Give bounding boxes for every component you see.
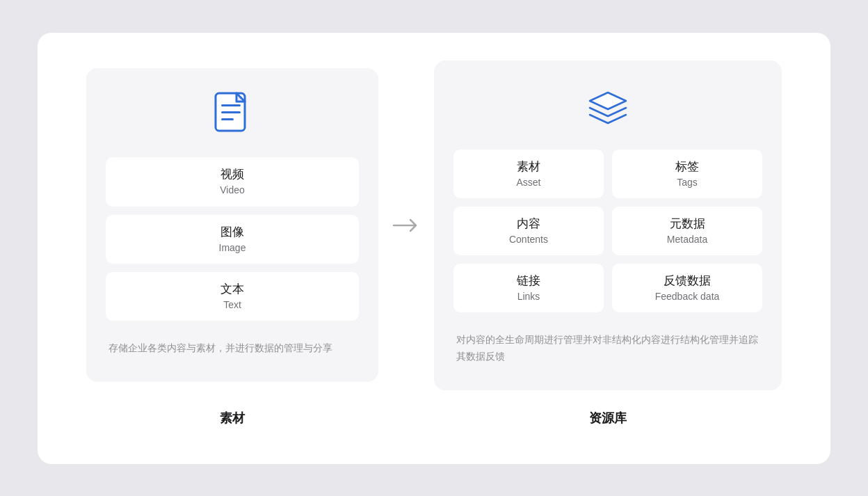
right-item-tags: 标签 Tags: [612, 150, 762, 198]
left-card-icon-area: [210, 90, 255, 141]
right-item-feedback: 反馈数据 Feedback data: [612, 264, 762, 312]
right-item-feedback-zh: 反馈数据: [664, 273, 711, 289]
left-card-desc: 存储企业各类内容与素材，并进行数据的管理与分享: [106, 340, 359, 357]
right-item-contents: 内容 Contents: [453, 207, 604, 255]
left-item-image-zh: 图像: [220, 225, 244, 240]
left-footer-label: 素材: [86, 410, 378, 426]
left-item-video-en: Video: [220, 184, 245, 196]
right-item-asset-en: Asset: [516, 176, 540, 189]
arrow-icon: [392, 217, 420, 234]
right-item-links-zh: 链接: [517, 273, 540, 289]
main-card: 视频 Video 图像 Image 文本 Text 存储企业各类内容与素材，并进…: [38, 33, 830, 464]
right-item-asset-zh: 素材: [517, 159, 540, 175]
svg-rect-1: [221, 104, 241, 106]
right-item-links-en: Links: [517, 290, 540, 303]
left-item-text-zh: 文本: [220, 282, 244, 297]
left-card: 视频 Video 图像 Image 文本 Text 存储企业各类内容与素材，并进…: [86, 68, 378, 382]
right-card-desc: 对内容的全生命周期进行管理并对非结构化内容进行结构化管理并追踪其数据反馈: [453, 332, 762, 365]
left-items-list: 视频 Video 图像 Image 文本 Text: [106, 157, 359, 321]
right-items-grid: 素材 Asset 标签 Tags 内容 Contents 元数据 Metadat…: [453, 150, 762, 313]
right-item-asset: 素材 Asset: [453, 150, 604, 198]
right-item-tags-zh: 标签: [675, 159, 699, 175]
svg-rect-3: [221, 118, 234, 120]
right-item-contents-en: Contents: [509, 233, 548, 246]
right-item-metadata-en: Metadata: [667, 233, 707, 246]
stack-icon: [583, 83, 633, 133]
left-item-video: 视频 Video: [106, 157, 359, 206]
right-card-icon-area: [583, 83, 633, 133]
left-item-text: 文本 Text: [106, 272, 359, 321]
svg-rect-2: [221, 111, 241, 113]
right-item-contents-zh: 内容: [517, 216, 540, 232]
arrow-area: [378, 217, 434, 234]
document-icon: [210, 90, 255, 141]
left-item-image-en: Image: [219, 241, 246, 254]
left-item-text-en: Text: [223, 298, 241, 311]
right-item-links: 链接 Links: [453, 264, 604, 312]
left-item-video-zh: 视频: [220, 167, 244, 182]
right-card: 素材 Asset 标签 Tags 内容 Contents 元数据 Metadat…: [434, 61, 782, 390]
right-item-metadata: 元数据 Metadata: [612, 207, 762, 255]
right-item-feedback-en: Feedback data: [655, 290, 720, 303]
cards-row: 视频 Video 图像 Image 文本 Text 存储企业各类内容与素材，并进…: [72, 61, 796, 390]
right-item-tags-en: Tags: [677, 176, 698, 189]
right-item-metadata-zh: 元数据: [670, 216, 705, 232]
footer-labels: 素材 资源库: [72, 410, 796, 426]
left-item-image: 图像 Image: [106, 215, 359, 264]
right-footer-label: 资源库: [434, 410, 782, 426]
footer-spacer: [378, 410, 434, 426]
